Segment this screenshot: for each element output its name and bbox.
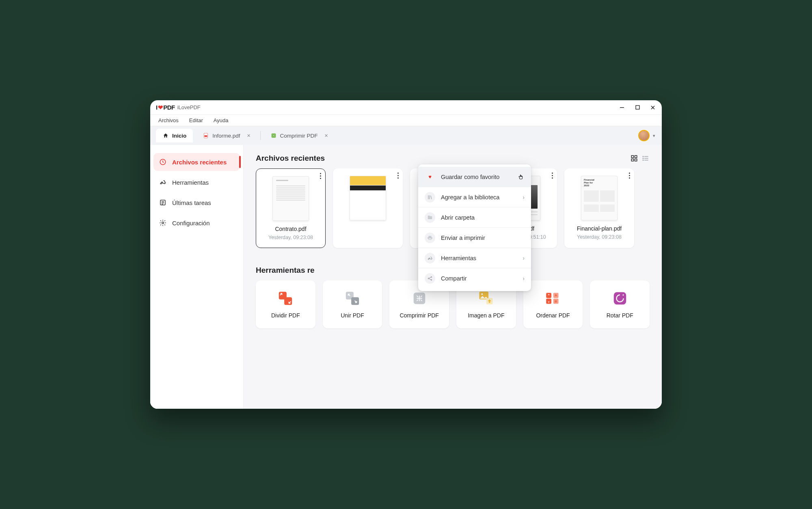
tab-document-1-label: Informe.pdf <box>212 133 240 139</box>
chevron-right-icon: › <box>523 194 525 201</box>
sidebar-item-label: Archivos recientes <box>172 159 227 166</box>
tabbar: Inicio Informe.pdf ✕ Comprimir PDF ✕ ▾ <box>150 126 662 145</box>
share-icon <box>425 273 435 284</box>
menu-help[interactable]: Ayuda <box>214 117 229 123</box>
file-card[interactable] <box>333 168 403 248</box>
svg-point-29 <box>482 293 483 295</box>
file-name: Contrato.pdf <box>275 226 306 232</box>
sort-pdf-icon: AB <box>545 290 561 306</box>
menubar: Archivos Editar Ayuda <box>150 115 662 126</box>
ctx-label: Agregar a la biblioteca <box>441 194 499 201</box>
tab-home-label: Inicio <box>172 133 186 139</box>
section-header-recent: Archivos recientes <box>256 154 650 163</box>
svg-rect-11 <box>635 155 637 157</box>
ctx-open-folder[interactable]: Abrir carpeta <box>418 207 531 228</box>
sidebar-item-tools[interactable]: Herramientas <box>153 173 240 191</box>
svg-text:B: B <box>555 300 557 303</box>
rotate-pdf-icon <box>612 290 628 306</box>
grid-view-button[interactable] <box>630 154 638 162</box>
svg-point-20 <box>428 278 429 279</box>
svg-rect-5 <box>205 135 207 137</box>
svg-point-21 <box>431 276 432 277</box>
svg-rect-6 <box>271 134 276 138</box>
ctx-favorite[interactable]: ♥ Guardar como favorito <box>418 167 531 187</box>
home-icon <box>162 132 169 139</box>
menu-files[interactable]: Archivos <box>158 117 179 123</box>
file-date: Yesterday, 09:23:08 <box>577 234 622 240</box>
tool-label: Comprimir PDF <box>400 312 438 319</box>
sidebar-item-settings[interactable]: Configuración <box>153 214 240 232</box>
cursor-pointer-icon <box>518 173 525 181</box>
svg-point-17 <box>643 156 644 157</box>
tool-label: Ordenar PDF <box>536 312 570 319</box>
ctx-label: Enviar a imprimir <box>441 235 485 241</box>
ctx-share[interactable]: Compartir › <box>418 268 531 289</box>
sidebar-item-tasks[interactable]: Últimas tareas <box>153 194 240 211</box>
maximize-button[interactable] <box>634 104 641 111</box>
printer-icon <box>425 233 435 243</box>
app-name: iLovePDF <box>177 104 201 110</box>
ctx-tools[interactable]: Herramientas › <box>418 248 531 268</box>
main-content: Archivos recientes <box>244 145 662 409</box>
tab-home[interactable]: Inicio <box>156 129 193 142</box>
tab-document-1[interactable]: Informe.pdf ✕ <box>196 129 257 142</box>
ctx-add-library[interactable]: Agregar a la biblioteca › <box>418 187 531 207</box>
tool-label: Rotar PDF <box>607 312 633 319</box>
ctx-label: Abrir carpeta <box>441 214 475 221</box>
file-card[interactable]: Financial Plan for 2022 Financial-plan.p… <box>564 168 634 248</box>
svg-point-9 <box>162 222 164 224</box>
file-thumbnail: Financial Plan for 2022 <box>581 176 618 220</box>
file-card[interactable]: Contrato.pdf Yesterday, 09:23:08 <box>256 168 326 248</box>
app-body: Archivos recientes Herramientas Últimas … <box>150 145 662 409</box>
tab-compress-label: Comprimir PDF <box>280 133 318 139</box>
menu-edit[interactable]: Editar <box>189 117 203 123</box>
sidebar: Archivos recientes Herramientas Últimas … <box>150 145 244 409</box>
file-name: Financial-plan.pdf <box>577 225 622 232</box>
ctx-label: Guardar como favorito <box>441 174 499 180</box>
avatar <box>638 130 650 141</box>
svg-rect-32 <box>546 299 551 304</box>
file-card-menu-button[interactable] <box>629 173 630 179</box>
list-view-button[interactable] <box>641 154 650 162</box>
context-menu: ♥ Guardar como favorito Agregar a la bib… <box>418 164 531 291</box>
close-tab-2[interactable]: ✕ <box>324 133 328 138</box>
file-card-menu-button[interactable] <box>552 173 553 179</box>
file-thumbnail <box>272 176 309 221</box>
account-menu[interactable]: ▾ <box>638 130 655 141</box>
wrench-icon <box>159 179 166 186</box>
tool-sort[interactable]: AB Ordenar PDF <box>523 280 583 328</box>
tool-merge[interactable]: Unir PDF <box>323 280 382 328</box>
close-window-button[interactable] <box>650 104 656 111</box>
image-to-pdf-icon <box>478 290 494 306</box>
svg-text:A: A <box>555 293 557 297</box>
brand: I❤PDF iLovePDF <box>156 104 201 111</box>
ctx-label: Compartir <box>441 275 467 282</box>
merge-pdf-icon <box>344 290 361 306</box>
svg-rect-13 <box>635 159 637 161</box>
file-card-menu-button[interactable] <box>320 173 321 179</box>
tab-compress[interactable]: Comprimir PDF ✕ <box>264 129 335 142</box>
file-card-menu-button[interactable] <box>397 173 399 179</box>
svg-rect-24 <box>284 297 292 305</box>
app-logo: I❤PDF <box>156 104 175 111</box>
chevron-right-icon: › <box>523 275 525 282</box>
compress-tab-icon <box>270 132 277 139</box>
window-controls <box>619 104 656 111</box>
split-pdf-icon <box>277 290 294 306</box>
titlebar: I❤PDF iLovePDF <box>150 100 662 115</box>
clock-icon <box>159 158 166 166</box>
sidebar-item-label: Últimas tareas <box>172 199 211 206</box>
sidebar-item-label: Configuración <box>172 220 210 226</box>
app-window: I❤PDF iLovePDF Archivos Editar Ayuda Ini… <box>150 100 662 409</box>
ctx-label: Herramientas <box>441 255 476 261</box>
svg-rect-1 <box>636 106 639 109</box>
tool-label: Unir PDF <box>341 312 364 319</box>
tool-split[interactable]: Dividir PDF <box>256 280 315 328</box>
close-tab-1[interactable]: ✕ <box>247 133 251 138</box>
minimize-button[interactable] <box>619 104 625 111</box>
sidebar-item-recent[interactable]: Archivos recientes <box>153 153 240 171</box>
tool-rotate[interactable]: Rotar PDF <box>590 280 650 328</box>
ctx-print[interactable]: Enviar a imprimir <box>418 228 531 248</box>
chevron-down-icon: ▾ <box>653 133 655 138</box>
section-title-recent: Archivos recientes <box>256 154 325 163</box>
